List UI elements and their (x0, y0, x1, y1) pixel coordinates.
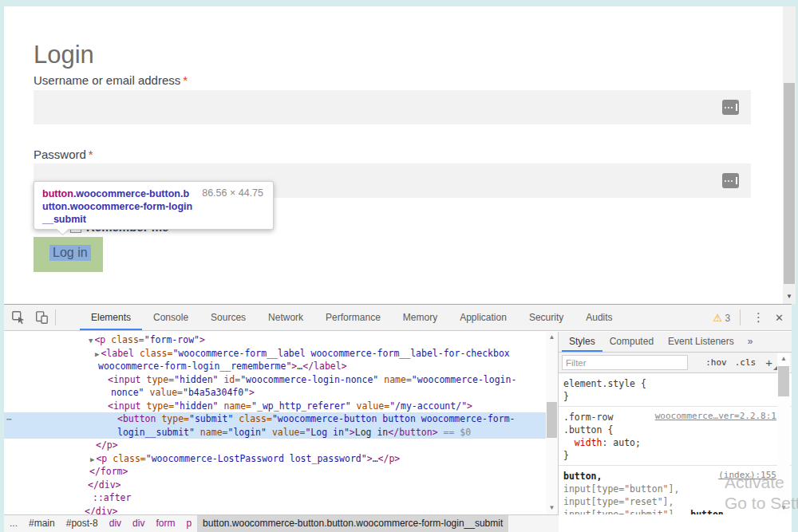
tab-application[interactable]: Application (448, 305, 518, 330)
screenshot-root: { "colors": { "accent_blue": "#4285f4", … (0, 0, 798, 532)
toolbar-divider (55, 309, 56, 325)
css-rule-line[interactable]: width: auto; (563, 436, 776, 449)
devtools-main: ▼<p class="form-row">▶<label class="wooc… (4, 332, 792, 514)
elements-breadcrumb-bar: ...#main#post-8divdivformpbutton.woocomm… (4, 514, 559, 532)
toggle-class-button[interactable]: .cls (735, 357, 757, 368)
styles-filter-input[interactable] (562, 355, 688, 370)
breadcrumb-item[interactable]: p (180, 515, 197, 532)
required-asterisk: * (89, 148, 93, 161)
page-title: Login (34, 41, 94, 69)
toggle-hover-state-button[interactable]: :hov (705, 357, 727, 368)
tab-security[interactable]: Security (518, 305, 575, 330)
scroll-up-icon[interactable]: ▲ (777, 355, 790, 363)
dom-tree-node[interactable]: </div> (4, 479, 546, 492)
dom-tree-node[interactable]: nonce" value="b4a5a304f0"> (4, 386, 546, 400)
css-rule[interactable]: (index):155button,input[type="button"],i… (559, 466, 792, 514)
scroll-down-icon[interactable]: ▼ (546, 504, 558, 512)
dom-tree-node[interactable]: </p> (4, 439, 546, 452)
styles-tab-styles[interactable]: Styles (562, 332, 602, 352)
scroll-down-icon[interactable]: ▼ (777, 504, 790, 512)
devtools-tabs: ElementsConsoleSourcesNetworkPerformance… (80, 305, 624, 330)
required-asterisk: * (183, 73, 188, 87)
css-rule[interactable]: element.style {} (559, 373, 792, 407)
username-label: Username or email address* (34, 73, 188, 87)
devtools-toolbar: ElementsConsoleSourcesNetworkPerformance… (4, 305, 792, 331)
elements-scrollbar[interactable]: ▲ ▼ (546, 332, 558, 514)
selected-row-marker: ⋯ (6, 413, 11, 427)
tab-console[interactable]: Console (142, 305, 200, 330)
tab-elements[interactable]: Elements (80, 305, 142, 330)
password-manager-icon[interactable] (722, 100, 739, 115)
password-manager-icon[interactable] (722, 173, 739, 188)
css-rule-line[interactable]: .button { (563, 424, 776, 436)
styles-scrollbar-thumb[interactable] (778, 366, 789, 396)
tab-network[interactable]: Network (257, 305, 314, 330)
dom-tree-node[interactable]: ⋯<button type="submit" class="woocommerc… (4, 412, 546, 426)
warning-icon: ⚠ (713, 312, 722, 324)
styles-tabs: StylesComputedEvent Listeners» (559, 332, 792, 353)
page-scrollbar-thumb[interactable] (784, 83, 795, 284)
css-rule-line[interactable]: input[type="button"], (563, 483, 776, 495)
dom-tree-node[interactable]: <input type="hidden" id="woocommerce-log… (4, 373, 546, 387)
tab-memory[interactable]: Memory (392, 305, 448, 330)
devtools-menu-icon[interactable]: ⋮ (745, 310, 772, 325)
stylesheet-source-link[interactable]: woocommerce…ver=2.2.8:1 (655, 411, 776, 421)
css-rule-line[interactable]: } (563, 449, 776, 462)
elements-tree: ▼<p class="form-row">▶<label class="wooc… (4, 332, 546, 514)
breadcrumb-item[interactable]: form (150, 515, 180, 532)
page-scrollbar[interactable]: ▼ (783, 6, 796, 304)
username-input[interactable] (34, 90, 751, 124)
password-label: Password* (34, 148, 93, 161)
styles-tab-computed[interactable]: Computed (602, 332, 661, 352)
dom-tree-node[interactable]: ▼<p class="form-row"> (4, 333, 546, 347)
breadcrumb-item[interactable]: div (104, 515, 127, 532)
tooltip-selector-line: __submit (42, 213, 265, 226)
styles-tab-event-listeners[interactable]: Event Listeners (661, 332, 741, 352)
dom-tree-node[interactable]: woocommerce-form-login__rememberme">…</l… (4, 360, 546, 373)
toolbar-divider (740, 309, 741, 325)
more-tabs-icon[interactable]: » (741, 332, 760, 352)
devtools-close-icon[interactable]: ✕ (772, 312, 792, 324)
stylesheet-source-link[interactable]: (index):155 (718, 470, 776, 480)
tab-sources[interactable]: Sources (200, 305, 257, 330)
browser-page: Login Username or email address* Passwor… (4, 6, 796, 304)
scroll-up-icon[interactable]: ▲ (546, 333, 558, 341)
tooltip-selector-line: utton.woocommerce-form-login (42, 200, 265, 213)
css-rule[interactable]: woocommerce…ver=2.2.8:1.form-row.button … (559, 407, 792, 466)
dom-tree-node[interactable]: </div> (4, 505, 546, 515)
breadcrumb-item[interactable]: ... (4, 515, 23, 532)
dom-tree-node[interactable]: login__submit" name="login" value="Log i… (4, 426, 546, 439)
css-rules: element.style {}woocommerce…ver=2.2.8:1.… (559, 373, 792, 514)
css-rule-line[interactable]: element.style { (563, 377, 776, 390)
dom-tree-node[interactable]: <input type="hidden" name="_wp_http_refe… (4, 400, 546, 413)
new-style-rule-button[interactable]: + (765, 357, 772, 368)
devtools-panel: ElementsConsoleSourcesNetworkPerformance… (4, 304, 792, 532)
css-rule-line[interactable]: input[type="reset"], (563, 495, 776, 508)
breadcrumb-item[interactable]: #main (23, 515, 61, 532)
breadcrumb-item[interactable]: #post-8 (61, 515, 104, 532)
device-toolbar-icon[interactable] (33, 309, 50, 326)
dom-tree-node[interactable]: </form> (4, 465, 546, 479)
styles-filter-row: :hov .cls + (559, 353, 792, 373)
css-rule-line[interactable]: input[type="submit"], .button, (563, 508, 776, 514)
console-warning-badge[interactable]: ⚠ 3 (713, 312, 730, 324)
styles-pane: StylesComputedEvent Listeners» :hov .cls… (559, 332, 792, 514)
breadcrumb-item[interactable]: button.woocommerce-button.button.woocomm… (197, 515, 508, 532)
tab-audits[interactable]: Audits (575, 305, 623, 330)
inspect-element-icon[interactable] (10, 309, 27, 326)
styles-scrollbar[interactable]: ▲ ▼ (777, 353, 790, 514)
breadcrumb-item[interactable]: div (127, 515, 150, 532)
login-button[interactable]: Log in (34, 237, 103, 272)
tab-performance[interactable]: Performance (314, 305, 392, 330)
tooltip-dimensions: 86.56 × 44.75 (202, 187, 263, 199)
scroll-down-icon[interactable]: ▼ (783, 293, 796, 301)
dom-tree-node[interactable]: ▶<p class="woocommerce-LostPassword lost… (4, 452, 546, 466)
dom-tree-node[interactable]: ::after (4, 491, 546, 505)
elements-scrollbar-thumb[interactable] (547, 402, 557, 438)
dom-tree-node[interactable]: ▶<label class="woocommerce-form__label w… (4, 347, 546, 361)
inspect-tooltip: button.woocommerce-button.button.woocomm… (34, 181, 274, 230)
css-rule-line[interactable]: } (563, 390, 776, 403)
